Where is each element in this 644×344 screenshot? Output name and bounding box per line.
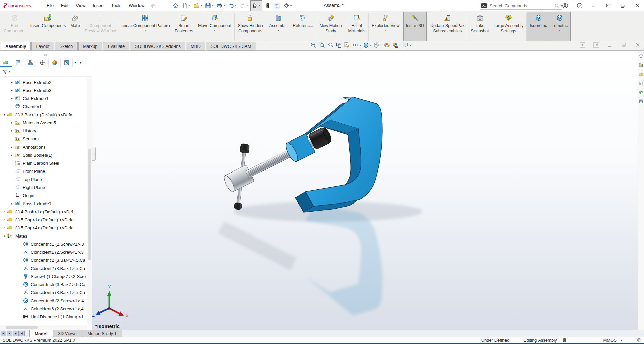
tree-item-limitdistance1[interactable]: LimitDistance1 (1.Clamp<1 <box>0 313 87 321</box>
fm-scroll-left[interactable]: ◂ <box>73 58 78 67</box>
menu-file[interactable]: File <box>43 0 57 11</box>
pin-icon[interactable] <box>150 3 155 8</box>
tool-select-cursor[interactable]: ▾ <box>250 0 262 11</box>
ribbon-button-bill-of-materials[interactable]: Bill ofMaterials <box>346 12 368 42</box>
ribbon-button-assemb[interactable]: Assemb...▾ <box>267 12 290 42</box>
headsup-annotation-view[interactable]: A <box>344 42 350 49</box>
tab-markup[interactable]: Markup <box>78 42 102 50</box>
tree-vertical-scrollbar[interactable] <box>87 78 92 325</box>
tree-item-[interactable]: ▸(-) 4.Bush<1> (Default) <<Def <box>0 208 87 216</box>
dropdown-arrow-icon[interactable]: ▾ <box>385 29 386 32</box>
ribbon-button-update-speedpak-subassemblies[interactable]: Update SpeedPakSubassemblies <box>428 12 467 42</box>
tree-hscroll-thumb[interactable] <box>6 326 38 329</box>
tree-item-mates[interactable]: ▸Mates in Assem5 <box>0 119 87 127</box>
tool-print[interactable]: ▾ <box>215 1 226 10</box>
dropdown-arrow-icon[interactable]: ▾ <box>189 4 190 7</box>
dropdown-arrow-icon[interactable]: ▾ <box>259 4 260 7</box>
tab-sketch[interactable]: Sketch <box>55 42 78 50</box>
headsup-view-orientation[interactable]: ▾ <box>363 42 371 49</box>
tool-home[interactable] <box>171 1 180 10</box>
ribbon-button-large-assembly-settings[interactable]: Large AssemblySettings <box>491 12 526 42</box>
tool-properties[interactable] <box>272 1 282 10</box>
dropdown-arrow-icon[interactable]: ▾ <box>145 29 146 32</box>
search-input[interactable] <box>489 3 554 9</box>
dropdown-arrow-icon[interactable]: ▾ <box>370 44 371 47</box>
graphics-viewport[interactable]: Y X Z *Isometric ◂ <box>92 51 638 330</box>
tree-expand-icon[interactable]: ▸ <box>2 218 7 221</box>
tree-expand-icon[interactable]: ▾ <box>2 234 7 238</box>
tree-expand-icon[interactable]: ▸ <box>9 89 14 92</box>
taskpane-rp-design-library[interactable] <box>639 62 643 68</box>
tree-expand-icon[interactable]: ▸ <box>9 145 14 149</box>
ribbon-button-trimetric[interactable]: Trimetric▾ <box>549 12 570 42</box>
tree-item-origin[interactable]: Origin <box>0 191 87 199</box>
ribbon-button-instant3d[interactable]: Instant3D <box>404 12 427 42</box>
globe-icon[interactable] <box>637 338 641 343</box>
tree-item-concentric6[interactable]: Concentric6 (2.Screw<1>,4 <box>0 296 87 305</box>
tool-undo[interactable]: ▾ <box>226 1 238 10</box>
dropdown-arrow-icon[interactable]: ▾ <box>212 4 213 7</box>
dropdown-arrow-icon[interactable]: ▾ <box>278 29 279 32</box>
minimize-icon[interactable] <box>591 3 597 9</box>
dropdown-arrow-icon[interactable]: ▾ <box>360 44 361 47</box>
sheet-nav-prev-button[interactable] <box>7 331 12 336</box>
tab-mbd[interactable]: MBD <box>186 42 205 50</box>
feature-manager-tab-fm-configuration[interactable] <box>24 58 36 67</box>
tree-expand-icon[interactable]: ▸ <box>9 153 14 157</box>
dropdown-arrow-icon[interactable]: ▾ <box>223 4 225 7</box>
menu-edit[interactable]: Edit <box>57 0 72 11</box>
headsup-edit-appearance[interactable] <box>384 42 390 49</box>
search-icon[interactable] <box>554 3 560 9</box>
ribbon-button-mate[interactable]: Mate <box>68 12 82 42</box>
dropdown-arrow-icon[interactable]: ▾ <box>410 44 411 47</box>
tree-item-history[interactable]: ▸History <box>0 127 87 135</box>
sheet-nav-last-button[interactable] <box>19 331 25 336</box>
tab-assembly[interactable]: Assembly <box>1 42 31 50</box>
ribbon-button-exploded-view[interactable]: Exploded View▾ <box>369 12 402 42</box>
tree-item-concentric2[interactable]: Concentric2 (3.Bar<1>,5.Ca <box>0 256 87 264</box>
feature-manager-tab-fm-display[interactable] <box>49 58 61 67</box>
search-commands-box[interactable]: ▾ <box>480 2 562 10</box>
dropdown-arrow-icon[interactable]: ▾ <box>290 4 292 7</box>
sheet-nav-next-button[interactable] <box>13 331 19 336</box>
tree-expand-icon[interactable]: ▸ <box>9 81 14 84</box>
sheet-tab-model[interactable]: Model <box>29 330 53 337</box>
ribbon-button-isometric[interactable]: Isometric <box>527 12 549 42</box>
dropdown-arrow-icon[interactable]: ▾ <box>201 4 202 7</box>
tool-options-gear[interactable]: ▾ <box>282 1 293 10</box>
tree-expand-icon[interactable]: ▸ <box>9 121 14 124</box>
tree-expand-icon[interactable]: ▸ <box>2 210 7 213</box>
tree-item-plain[interactable]: Plain Carbon Steel <box>0 159 87 167</box>
taskpane-rp-custom-properties[interactable] <box>639 98 643 104</box>
close-icon[interactable] <box>635 3 641 9</box>
ribbon-button-show-hidden-components[interactable]: Show HiddenComponents <box>235 12 265 42</box>
tree-item-coincident6[interactable]: Coincident6 (2.Screw<1>,4 <box>0 305 87 313</box>
tree-item-right[interactable]: Right Plane <box>0 183 87 191</box>
tree-item-top[interactable]: Top Plane <box>0 175 87 183</box>
panel-splitter-handle[interactable]: ◂ <box>92 147 96 161</box>
dropdown-arrow-icon[interactable]: ▾ <box>399 44 401 47</box>
tree-item-coincident1[interactable]: Coincident1 (2.Screw<1>,3 <box>0 248 87 256</box>
taskpane-rp-appearances[interactable] <box>639 89 643 95</box>
ribbon-button-linear-component-pattern[interactable]: Linear Component Pattern▾ <box>118 12 172 42</box>
menu-tools[interactable]: Tools <box>108 0 125 11</box>
tree-item-[interactable]: ▸(-) 5.Cap<4> (Default) <<Defa <box>0 224 87 232</box>
tab-layout[interactable]: Layout <box>31 42 54 50</box>
rebuild-traffic-light-icon[interactable] <box>562 338 567 343</box>
feature-manager-tab-fm-assembly[interactable] <box>0 58 12 67</box>
ribbon-button-new-motion-study[interactable]: New MotionStudy <box>317 12 344 42</box>
ribbon-button-insert-components[interactable]: Insert Components▾ <box>28 12 68 42</box>
tree-item-mates[interactable]: ▾Mates <box>0 232 87 240</box>
dropdown-arrow-icon[interactable]: ▾ <box>380 44 382 47</box>
feature-manager-tab-fm-dimxpert[interactable] <box>36 58 49 67</box>
tree-expand-icon[interactable]: ▸ <box>9 129 14 132</box>
tree-item-annotations[interactable]: ▸AAnnotations <box>0 143 87 151</box>
headsup-section-view[interactable] <box>335 42 342 49</box>
menu-window[interactable]: Window <box>125 0 148 11</box>
filter-dropdown-icon[interactable]: ▾ <box>9 70 10 73</box>
headsup-apply-scene[interactable]: ▾ <box>392 42 401 49</box>
tree-expand-icon[interactable]: ▸ <box>2 226 7 229</box>
headsup-display-style[interactable]: ▾ <box>373 42 382 49</box>
ribbon-button-referenc[interactable]: Referenc...▾ <box>290 12 315 42</box>
tool-new-document[interactable]: ▾ <box>180 1 192 10</box>
